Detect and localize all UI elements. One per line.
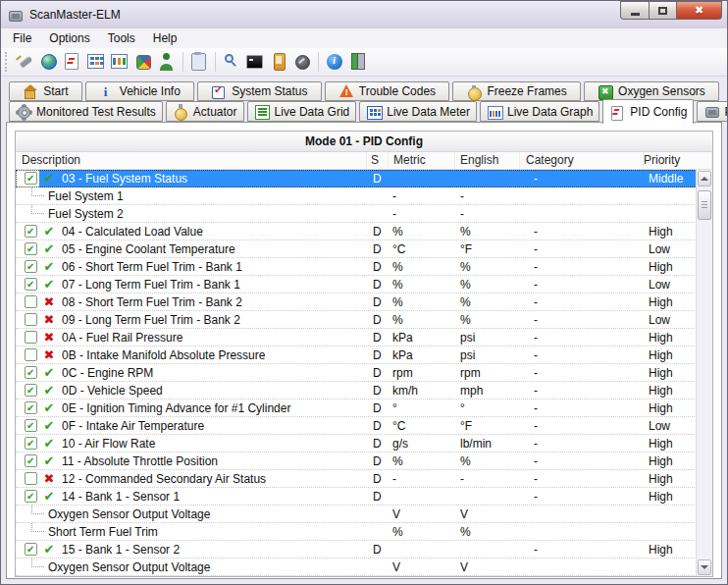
tab[interactable]: Freeze Frames: [452, 81, 581, 101]
pid-checkbox[interactable]: [25, 419, 37, 432]
scroll-up-button[interactable]: [698, 171, 711, 186]
vertical-scrollbar[interactable]: [696, 170, 712, 576]
scroll-down-button[interactable]: [698, 559, 711, 575]
pid-checkbox[interactable]: [25, 260, 37, 273]
table-row[interactable]: 0F - Intake Air Temperature D °C °F - Lo…: [16, 417, 697, 435]
grid-body: 03 - Fuel System Status D - Middle: [16, 170, 712, 576]
table-row[interactable]: 11 - Absolute Throttle Position D % % - …: [16, 452, 697, 470]
pid-checkbox[interactable]: [25, 348, 37, 361]
table-row[interactable]: 0D - Vehicle Speed D km/h mph - High: [16, 382, 697, 399]
minimize-button[interactable]: [620, 1, 649, 20]
table-row[interactable]: 09 - Long Term Fuel Trim - Bank 2 D % % …: [16, 311, 697, 329]
toolbar-button-icon[interactable]: [131, 50, 155, 74]
table-row[interactable]: Fuel System 1 - -: [16, 187, 697, 205]
grid-rows: 03 - Fuel System Status D - Middle: [16, 170, 697, 576]
toolbar-button-icon[interactable]: [187, 50, 211, 74]
tab[interactable]: Actuator: [166, 101, 244, 122]
table-row[interactable]: Fuel System 2 - -: [16, 205, 697, 223]
table-row[interactable]: 10 - Air Flow Rate D g/s lb/min - High: [16, 435, 697, 452]
tab[interactable]: Vehicle Info: [85, 81, 194, 101]
table-row[interactable]: Short Term Fuel Trim % %: [16, 523, 697, 541]
table-row[interactable]: 0E - Ignition Timing Advance for #1 Cyli…: [16, 399, 697, 417]
table-row[interactable]: 04 - Calculated Load Value D % % - High: [16, 223, 697, 240]
tab[interactable]: PID Config: [602, 99, 694, 124]
toolbar-button-icon[interactable]: [318, 52, 319, 72]
table-row[interactable]: Oxygen Sensor Output Voltage V V: [16, 505, 697, 523]
toolbar-button-icon[interactable]: [37, 50, 61, 74]
close-button[interactable]: ✖: [677, 1, 722, 20]
pid-checkbox[interactable]: [25, 278, 37, 291]
column-header[interactable]: English: [455, 152, 520, 169]
pid-checkbox[interactable]: [25, 242, 37, 255]
toolbar-button-icon[interactable]: [84, 50, 108, 74]
column-header[interactable]: Metric: [389, 152, 455, 169]
column-header[interactable]: S: [367, 152, 389, 169]
tab[interactable]: Oxygen Sensors: [584, 81, 719, 101]
pid-checkbox[interactable]: [25, 437, 37, 450]
column-header[interactable]: Category: [520, 152, 644, 169]
toolbar-button-icon[interactable]: [155, 50, 179, 74]
status-icon: [41, 224, 57, 239]
toolbar-button-icon[interactable]: [215, 52, 216, 72]
toolbar-button-icon[interactable]: [182, 52, 183, 72]
pid-checkbox[interactable]: [25, 543, 37, 556]
tab[interactable]: Live Data Graph: [480, 101, 599, 122]
pid-checkbox[interactable]: [25, 490, 37, 503]
tab[interactable]: Start: [9, 81, 82, 101]
table-row[interactable]: 03 - Fuel System Status D - Middle: [16, 170, 697, 187]
table-row[interactable]: 06 - Short Term Fuel Trim - Bank 1 D % %…: [16, 258, 697, 276]
pid-checkbox[interactable]: [25, 313, 37, 326]
tab-label: Oxygen Sensors: [618, 84, 705, 98]
toolbar-grip-handle[interactable]: [5, 52, 10, 72]
pid-checkbox[interactable]: [25, 384, 37, 397]
cell-priority: Low: [644, 241, 697, 257]
toolbar-button-icon[interactable]: [290, 50, 314, 74]
pid-checkbox[interactable]: [25, 225, 37, 238]
column-header[interactable]: Description: [16, 152, 367, 169]
toolbar-button-icon[interactable]: [267, 50, 290, 74]
tab[interactable]: Live Data Meter: [359, 101, 477, 122]
maximize-button[interactable]: [649, 1, 677, 20]
toolbar-button-icon[interactable]: [323, 50, 346, 74]
table-row[interactable]: 0C - Engine RPM D rpm rpm - High: [16, 364, 697, 382]
table-row[interactable]: 08 - Short Term Fuel Trim - Bank 2 D % %…: [16, 293, 697, 311]
toolbar-button-icon[interactable]: [220, 50, 243, 74]
pid-checkbox[interactable]: [25, 172, 37, 185]
pid-checkbox[interactable]: [25, 366, 37, 379]
table-row[interactable]: 14 - Bank 1 - Sensor 1 D - High: [16, 488, 697, 505]
titlebar[interactable]: ScanMaster-ELM: [1, 1, 727, 29]
toolbar-button-icon[interactable]: [61, 50, 84, 74]
table-row[interactable]: 12 - Commanded Secondary Air Status D - …: [16, 470, 697, 488]
tab[interactable]: Power: [697, 101, 728, 122]
table-row[interactable]: 05 - Engine Coolant Temperature D °C °F …: [16, 240, 697, 258]
tab[interactable]: System Status: [197, 81, 322, 101]
scrollbar-thumb[interactable]: [698, 190, 711, 220]
menu-item[interactable]: Help: [144, 29, 186, 47]
pid-checkbox[interactable]: [25, 454, 37, 467]
tab-row-2: Monitored Test Results Actuator Live Dat…: [9, 101, 719, 122]
cell-priority: High: [644, 383, 697, 399]
toolbar-button-icon[interactable]: [243, 50, 267, 74]
tab[interactable]: Monitored Test Results: [9, 101, 163, 122]
menu-item[interactable]: Tools: [99, 29, 144, 47]
toolbar-button-icon[interactable]: [108, 50, 131, 74]
toolbar-button-icon[interactable]: [346, 50, 370, 74]
pid-checkbox[interactable]: [25, 401, 37, 414]
tree-branch-icon: [31, 205, 44, 214]
tab-row-1: Start Vehicle Info System Status Trouble…: [9, 81, 719, 101]
table-row[interactable]: 15 - Bank 1 - Sensor 2 D - High: [16, 541, 697, 558]
pid-checkbox[interactable]: [25, 331, 37, 344]
tab[interactable]: Live Data Grid: [247, 101, 357, 122]
pid-checkbox[interactable]: [25, 295, 37, 308]
menu-item[interactable]: Options: [40, 29, 98, 47]
tab[interactable]: Trouble Codes: [325, 81, 450, 101]
pid-checkbox[interactable]: [25, 472, 37, 485]
cell-s: D: [367, 471, 389, 487]
toolbar-button-icon[interactable]: [14, 50, 37, 74]
table-row[interactable]: Oxygen Sensor Output Voltage V V: [16, 558, 697, 576]
table-row[interactable]: 07 - Long Term Fuel Trim - Bank 1 D % % …: [16, 276, 697, 293]
menu-item[interactable]: File: [4, 29, 40, 47]
table-row[interactable]: 0A - Fuel Rail Pressure D kPa psi - High: [16, 329, 697, 346]
column-header[interactable]: Priority: [644, 152, 712, 169]
table-row[interactable]: 0B - Intake Manifold Absolute Pressure D…: [16, 346, 697, 364]
